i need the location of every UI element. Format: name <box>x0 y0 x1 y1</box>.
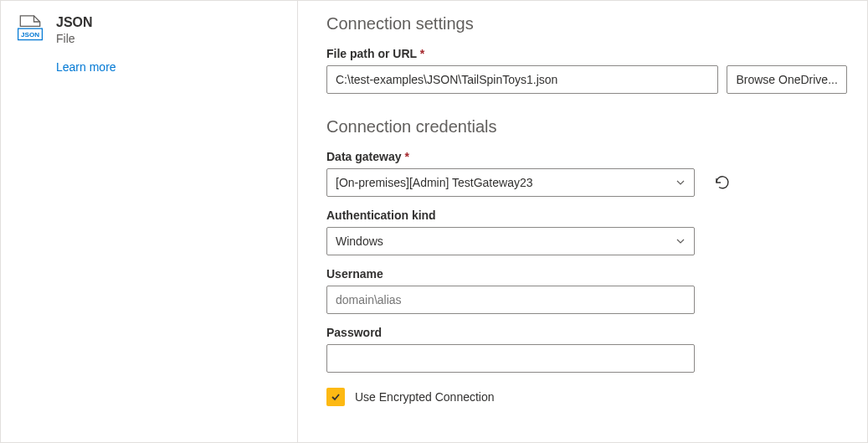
auth-kind-value: Windows <box>336 234 383 248</box>
file-path-label: File path or URL * <box>326 47 847 60</box>
connector-title: JSON <box>56 14 93 30</box>
data-gateway-select[interactable]: [On-premises][Admin] TestGateway23 <box>326 168 695 197</box>
json-file-icon: JSON <box>16 14 44 44</box>
password-label: Password <box>326 326 847 339</box>
chevron-down-icon <box>675 236 686 246</box>
password-input[interactable] <box>326 344 695 373</box>
auth-kind-label: Authentication kind <box>326 209 847 222</box>
refresh-icon <box>714 174 731 191</box>
connection-credentials-heading: Connection credentials <box>326 117 847 137</box>
chevron-down-icon <box>675 178 686 188</box>
username-input[interactable] <box>326 286 695 314</box>
learn-more-link[interactable]: Learn more <box>56 60 116 74</box>
use-encrypted-checkbox[interactable] <box>326 388 345 406</box>
file-path-input[interactable] <box>326 65 718 94</box>
refresh-gateway-button[interactable] <box>708 168 737 197</box>
username-label: Username <box>326 267 847 281</box>
use-encrypted-label: Use Encrypted Connection <box>355 390 495 404</box>
connector-sidebar: JSON JSON File Learn more <box>1 1 298 442</box>
data-gateway-label: Data gateway * <box>326 150 847 163</box>
browse-onedrive-button[interactable]: Browse OneDrive... <box>727 65 847 94</box>
connector-subtitle: File <box>56 32 93 45</box>
main-panel: Connection settings File path or URL * B… <box>298 1 867 442</box>
auth-kind-select[interactable]: Windows <box>326 227 695 255</box>
connection-settings-heading: Connection settings <box>326 14 847 33</box>
data-gateway-value: [On-premises][Admin] TestGateway23 <box>336 176 533 189</box>
svg-text:JSON: JSON <box>21 31 39 39</box>
checkmark-icon <box>330 391 342 403</box>
